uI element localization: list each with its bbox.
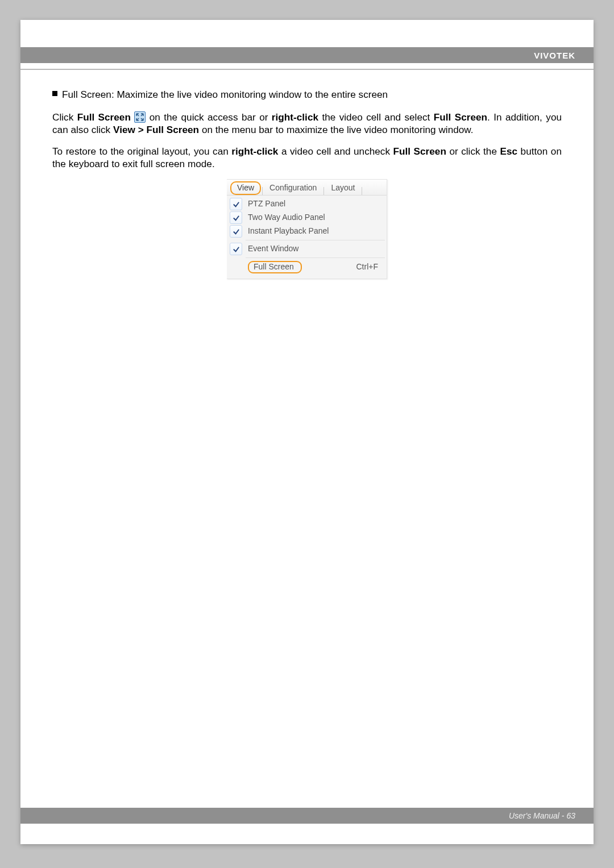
footer-bar: User's Manual - 63 [20,808,594,824]
menu-separator [246,240,385,240]
bullet-text: Full Screen: Maximize the live video mon… [62,88,388,101]
menu-separator [246,258,385,258]
p2-seg-b: right-click [231,146,278,157]
checkmark-icon [230,225,242,238]
menu-label: PTZ Panel [246,199,385,209]
menu-item-event-window[interactable]: Event Window [229,242,385,256]
p1-seg-i: View > Full Screen [113,124,199,135]
view-menu-figure: View Configuration Layout PTZ Panel Two … [227,179,387,279]
menu-tab-layout[interactable]: Layout [325,181,360,195]
p1-seg-e: right-click [272,111,318,123]
menu-label-text: Full Screen [254,262,294,272]
p2-seg-e: or click the [446,146,500,157]
fullscreen-icon [134,111,146,123]
menu-item-ptz-panel[interactable]: PTZ Panel [229,197,385,211]
header-rule [20,69,594,70]
p1-seg-f: the video cell and select [318,111,434,123]
p2-seg-c: a video cell and uncheck [278,146,393,157]
menu-label: Two Way Audio Panel [246,213,385,223]
check-empty [231,261,243,273]
checkmark-icon [230,211,242,224]
content-area: Full Screen: Maximize the live video mon… [52,88,562,279]
menu-tab-bar: View Configuration Layout [227,180,387,196]
menu-item-instant-playback[interactable]: Instant Playback Panel [229,225,385,238]
menu-tab-configuration[interactable]: Configuration [264,181,322,195]
p1-seg-d: on the quick access bar or [146,111,272,123]
p1-seg-a: Click [52,111,77,123]
p2-seg-f: Esc [500,146,517,157]
p1-seg-g: Full Screen [434,111,487,123]
paragraph-2: To restore to the original layout, you c… [52,145,562,170]
brand-label: VIVOTEK [534,51,575,60]
footer-text: User's Manual - 63 [509,811,575,820]
p2-seg-d: Full Screen [393,146,446,157]
p2-seg-a: To restore to the original layout, you c… [52,146,231,157]
menu-tab-view[interactable]: View [230,181,261,195]
tab-separator [362,187,362,195]
paragraph-1: Click Full Screen on the quick access ba… [52,111,562,136]
header-bar: VIVOTEK [20,47,594,63]
p1-seg-j: on the menu bar to maximize the live vid… [199,124,473,135]
menu-items: PTZ Panel Two Way Audio Panel Instant Pl… [227,196,387,279]
checkmark-icon [230,243,242,255]
bullet-full-screen: Full Screen: Maximize the live video mon… [52,88,562,101]
menu-label: Instant Playback Panel [246,226,385,236]
menu-item-full-screen[interactable]: Full Screen Ctrl+F [230,260,384,275]
menu-label: Event Window [246,244,385,254]
menu-label-highlighted: Full Screen [248,261,302,273]
menu-item-two-way-audio[interactable]: Two Way Audio Panel [229,211,385,225]
document-page: VIVOTEK Full Screen: Maximize the live v… [20,20,594,844]
menu-shortcut: Ctrl+F [356,262,384,272]
tab-separator [323,187,324,195]
checkmark-icon [230,198,242,210]
p1-seg-b: Full Screen [77,111,131,123]
tab-separator [262,187,263,195]
square-bullet-icon [52,91,57,96]
